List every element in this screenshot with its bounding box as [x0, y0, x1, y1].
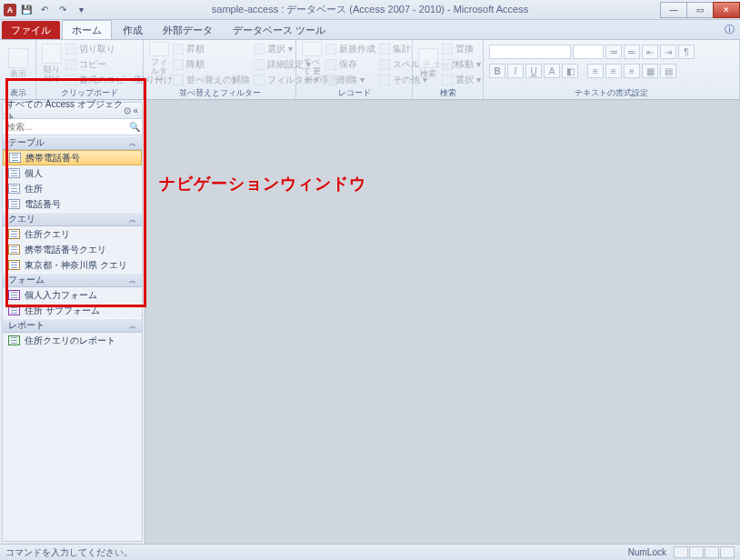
nav-category-forms[interactable]: フォーム︽ — [3, 273, 142, 287]
bold-button[interactable]: B — [489, 64, 505, 78]
search-icon[interactable]: 🔍 — [127, 122, 142, 132]
select-button[interactable]: 選択 ▾ — [442, 73, 481, 86]
view-button[interactable]: 表示 — [5, 42, 30, 85]
ribbon-tabs: ファイル ホーム 作成 外部データ データベース ツール ⓘ — [0, 20, 740, 40]
gridlines-button[interactable]: ▦ — [642, 64, 658, 78]
view-icon — [8, 48, 28, 68]
align-right-button[interactable]: ≡ — [624, 64, 640, 78]
replace-button[interactable]: 置換 — [442, 42, 481, 55]
nav-item-label: 住所クエリ — [25, 228, 70, 241]
tab-home[interactable]: ホーム — [62, 20, 112, 39]
nav-item-label: 住所クエリのレポート — [25, 335, 115, 347]
format-painter-icon — [65, 75, 76, 85]
ribbon-group-label: レコード — [302, 87, 406, 99]
qat-redo-icon[interactable]: ↷ — [55, 2, 71, 18]
nav-item-query[interactable]: 東京都・神奈川県 クエリ — [3, 257, 142, 273]
align-center-button[interactable]: ≡ — [605, 64, 622, 78]
sort-asc-button[interactable]: 昇順 — [173, 42, 250, 55]
font-size-combo[interactable] — [573, 45, 604, 59]
nav-search-box[interactable]: 🔍 — [3, 119, 142, 135]
goto-button[interactable]: 移動 ▾ — [442, 57, 481, 71]
underline-button[interactable]: U — [525, 64, 542, 78]
text-dir-button[interactable]: ¶ — [678, 45, 695, 59]
qat-save-icon[interactable]: 💾 — [18, 2, 35, 18]
window-controls: — ▭ ✕ — [661, 2, 740, 18]
nav-dropdown-icon[interactable]: ⊙ — [124, 105, 131, 115]
app-icon[interactable]: A — [4, 4, 16, 16]
ribbon-group-label: 検索 — [418, 87, 477, 99]
view-switch-button[interactable] — [720, 546, 735, 558]
indent-increase-button[interactable]: ⇥ — [660, 45, 676, 59]
filter-button[interactable]: フィルター — [149, 42, 169, 85]
clear-sort-icon — [173, 75, 184, 85]
tab-file[interactable]: ファイル — [2, 21, 60, 39]
align-left-button[interactable]: ≡ — [587, 64, 604, 78]
status-numlock: NumLock — [628, 547, 666, 557]
refresh-all-button[interactable]: すべて 更新 ▾ — [302, 42, 322, 85]
ribbon-group-clipboard: 貼り付け 切り取り コピー 書式のコピー/貼り付け クリップボード — [36, 40, 144, 99]
numbering-button[interactable]: ≕ — [624, 45, 640, 59]
qat-undo-icon[interactable]: ↶ — [36, 2, 53, 18]
font-name-combo[interactable] — [489, 45, 571, 59]
table-icon — [8, 168, 20, 178]
nav-item-table[interactable]: 携帯電話番号 — [3, 150, 142, 165]
view-switch-button[interactable] — [689, 546, 704, 558]
save-icon — [325, 59, 336, 70]
nav-item-label: 住所 — [25, 183, 43, 195]
copy-icon — [65, 59, 76, 70]
nav-search-input[interactable] — [3, 122, 127, 132]
italic-button[interactable]: I — [507, 64, 524, 78]
close-button[interactable]: ✕ — [713, 2, 740, 18]
view-switch-button[interactable] — [674, 546, 688, 558]
nav-item-table[interactable]: 電話番号 — [3, 196, 142, 212]
table-icon — [8, 199, 20, 209]
indent-decrease-button[interactable]: ⇤ — [642, 45, 658, 59]
qat-customize-icon[interactable]: ▾ — [73, 2, 89, 18]
alt-row-color-button[interactable]: ▤ — [660, 64, 676, 78]
find-icon — [418, 48, 438, 68]
nav-item-form[interactable]: 個人入力フォーム — [3, 287, 142, 303]
ribbon-group-view: 表示 表示 — [0, 40, 36, 99]
nav-category-queries[interactable]: クエリ︽ — [3, 212, 142, 226]
new-record-button[interactable]: 新規作成 — [325, 42, 375, 55]
window-title: sample-access : データベース (Access 2007 - 20… — [0, 3, 740, 16]
help-icon[interactable]: ⓘ — [725, 23, 735, 36]
nav-collapse-icon[interactable]: « — [133, 105, 138, 115]
save-record-button[interactable]: 保存 — [325, 57, 375, 71]
view-switch-button[interactable] — [705, 546, 719, 558]
tab-create[interactable]: 作成 — [114, 21, 152, 39]
nav-item-query[interactable]: 携帯電話番号クエリ — [3, 242, 142, 257]
ribbon: 表示 表示 貼り付け 切り取り コピー 書式のコピー/貼り付け クリップボード … — [0, 40, 740, 100]
clear-sort-button[interactable]: 並べ替えの解除 — [173, 73, 250, 86]
query-icon — [8, 260, 20, 270]
ribbon-group-sortfilter: フィルター 昇順 降順 並べ替えの解除 選択 ▾ 詳細設定 ▾ フィルターの実行… — [144, 40, 296, 99]
nav-pane-header[interactable]: すべての Access オブジェクト ⊙« — [3, 103, 142, 119]
annotation-label: ナビゲーションウィンドウ — [159, 173, 366, 195]
more-icon — [379, 75, 390, 85]
font-color-button[interactable]: A — [544, 64, 560, 78]
nav-item-table[interactable]: 個人 — [3, 165, 142, 181]
bullets-button[interactable]: ≔ — [605, 45, 622, 59]
tab-external-data[interactable]: 外部データ — [154, 21, 222, 39]
nav-item-form[interactable]: 住所 サブフォーム — [3, 303, 142, 318]
find-button[interactable]: 検索 — [418, 42, 438, 85]
fill-color-button[interactable]: ◧ — [562, 64, 578, 78]
navigation-pane-container: すべての Access オブジェクト ⊙« 🔍 テーブル︽ 携帯電話番号 個人 … — [0, 100, 145, 544]
nav-item-query[interactable]: 住所クエリ — [3, 226, 142, 242]
query-icon — [8, 229, 20, 239]
content-area: すべての Access オブジェクト ⊙« 🔍 テーブル︽ 携帯電話番号 個人 … — [0, 100, 740, 544]
sort-desc-button[interactable]: 降順 — [173, 57, 250, 71]
paste-button[interactable]: 貼り付け — [42, 42, 62, 85]
tab-database-tools[interactable]: データベース ツール — [224, 21, 335, 39]
replace-icon — [442, 44, 453, 55]
maximize-button[interactable]: ▭ — [686, 2, 714, 18]
nav-category-tables[interactable]: テーブル︽ — [3, 135, 142, 150]
nav-item-report[interactable]: 住所クエリのレポート — [3, 333, 142, 348]
minimize-button[interactable]: — — [660, 2, 687, 18]
nav-category-reports[interactable]: レポート︽ — [3, 318, 142, 333]
nav-item-table[interactable]: 住所 — [3, 181, 142, 196]
navigation-pane: すべての Access オブジェクト ⊙« 🔍 テーブル︽ 携帯電話番号 個人 … — [2, 102, 143, 542]
ribbon-group-find: 検索 置換 移動 ▾ 選択 ▾ 検索 — [413, 40, 484, 99]
delete-record-button[interactable]: 削除 ▾ — [325, 73, 375, 86]
nav-item-label: 個人 — [25, 167, 43, 180]
